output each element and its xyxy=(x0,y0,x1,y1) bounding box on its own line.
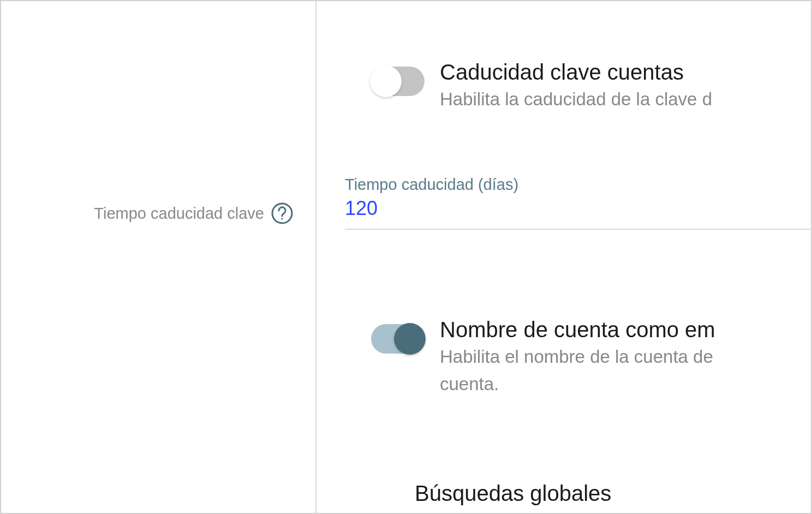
setting-global-search: Búsquedas globales xyxy=(415,481,611,506)
setting-title-global-search: Búsquedas globales xyxy=(415,481,611,506)
setting-desc-account-name-email-line2: cuenta. xyxy=(440,372,715,397)
input-expiry-days[interactable] xyxy=(345,197,811,230)
svg-point-1 xyxy=(281,218,283,219)
left-label-text: Tiempo caducidad clave xyxy=(94,205,264,223)
setting-desc-password-expiry: Habilita la caducidad de la clave d xyxy=(440,87,712,112)
toggle-account-name-email[interactable] xyxy=(371,324,425,354)
setting-text-block: Nombre de cuenta como em Habilita el nom… xyxy=(440,318,715,397)
settings-container: Tiempo caducidad clave Caducidad clave c… xyxy=(0,0,812,514)
field-label-expiry-days: Tiempo caducidad (días) xyxy=(345,176,811,194)
toggle-knob xyxy=(394,323,426,355)
setting-title-account-name-email: Nombre de cuenta como em xyxy=(440,318,715,342)
right-panel: Caducidad clave cuentas Habilita la cadu… xyxy=(317,1,811,513)
setting-text-block: Caducidad clave cuentas Habilita la cadu… xyxy=(440,60,712,112)
setting-desc-account-name-email-line1: Habilita el nombre de la cuenta de xyxy=(440,344,715,369)
help-icon[interactable] xyxy=(271,202,294,225)
left-panel: Tiempo caducidad clave xyxy=(1,1,317,513)
field-expiry-days: Tiempo caducidad (días) xyxy=(345,176,811,230)
left-label-row: Tiempo caducidad clave xyxy=(94,202,294,225)
setting-password-expiry: Caducidad clave cuentas Habilita la cadu… xyxy=(371,60,712,112)
setting-account-name-email: Nombre de cuenta como em Habilita el nom… xyxy=(371,318,715,397)
toggle-knob xyxy=(370,65,402,97)
toggle-password-expiry[interactable] xyxy=(371,67,425,96)
setting-title-password-expiry: Caducidad clave cuentas xyxy=(440,60,712,85)
